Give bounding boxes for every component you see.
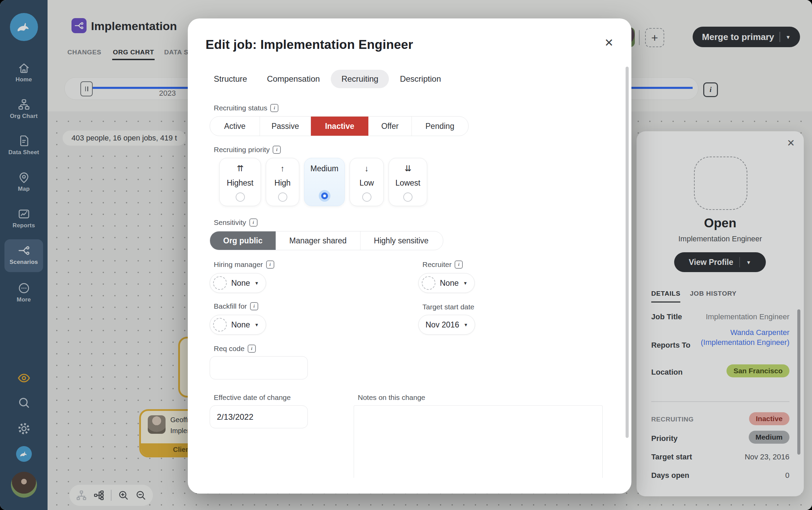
priority-option-low[interactable]: ↓ Low — [350, 158, 384, 206]
priority-option-label: Lowest — [395, 178, 420, 188]
info-icon[interactable]: i — [270, 104, 278, 112]
status-option-active[interactable]: Active — [210, 117, 260, 136]
sensitivity-option-org-public[interactable]: Org public — [210, 231, 276, 250]
tab-compensation[interactable]: Compensation — [267, 70, 320, 88]
radio-selected[interactable] — [319, 190, 330, 202]
edit-job-modal: Edit job: Implementation Engineer ✕ Stru… — [188, 18, 631, 494]
notes-label-text: Notes on this change — [358, 393, 425, 402]
recruiting-status-group: Active Passive Inactive Offer Pending — [210, 116, 469, 136]
notes-textarea[interactable] — [354, 405, 603, 478]
tab-description[interactable]: Description — [400, 70, 441, 88]
priority-option-high[interactable]: ↑ High — [266, 158, 299, 206]
down-arrow-icon: ↓ — [365, 164, 369, 173]
radio-unselected[interactable] — [403, 192, 412, 202]
sensitivity-label-text: Sensitivity — [214, 218, 246, 227]
status-option-passive[interactable]: Passive — [260, 117, 311, 136]
recruiter-label: Recruiter i — [422, 260, 463, 269]
sensitivity-label: Sensitivity i — [214, 218, 258, 227]
recruiting-status-label-text: Recruiting status — [214, 104, 267, 112]
recruiting-priority-group: ⇈ Highest ↑ High Medium ↓ Low ⇊ Low — [219, 158, 427, 206]
radio-unselected[interactable] — [236, 192, 245, 202]
backfill-for-select[interactable]: None ▼ — [210, 315, 266, 335]
priority-option-label: Medium — [311, 164, 339, 173]
effective-date-label-text: Effective date of change — [214, 393, 291, 402]
priority-option-highest[interactable]: ⇈ Highest — [219, 158, 261, 206]
modal-scrollbar[interactable] — [626, 67, 629, 438]
app-window: Home Org Chart Data Sheet Map Reports Sc… — [0, 0, 812, 510]
empty-avatar-icon — [213, 318, 227, 332]
target-start-date-label: Target start date — [422, 303, 474, 311]
radio-unselected[interactable] — [362, 192, 371, 202]
status-option-offer[interactable]: Offer — [368, 117, 412, 136]
chevron-down-icon: ▼ — [463, 281, 468, 286]
req-code-label: Req code i — [214, 345, 256, 353]
double-down-arrow-icon: ⇊ — [404, 164, 411, 173]
double-up-arrow-icon: ⇈ — [237, 164, 244, 173]
target-start-date-select[interactable]: Nov 2016 ▼ — [418, 315, 475, 335]
recruiter-select[interactable]: None ▼ — [418, 273, 475, 293]
tab-structure[interactable]: Structure — [214, 70, 247, 88]
up-arrow-icon: ↑ — [280, 164, 285, 173]
priority-option-medium[interactable]: Medium — [304, 158, 345, 206]
recruiter-label-text: Recruiter — [422, 260, 451, 269]
info-icon[interactable]: i — [455, 260, 463, 269]
backfill-for-label-text: Backfill for — [214, 302, 247, 310]
modal-tabs: Structure Compensation Recruiting Descri… — [214, 70, 441, 88]
modal-title: Edit job: Implementation Engineer — [206, 38, 413, 52]
recruiting-priority-label: Recruiting priority i — [214, 146, 281, 154]
req-code-input[interactable] — [210, 356, 308, 379]
effective-date-input[interactable] — [210, 405, 308, 428]
recruiting-priority-label-text: Recruiting priority — [214, 146, 270, 154]
radio-unselected[interactable] — [278, 192, 287, 202]
sensitivity-option-highly-sensitive[interactable]: Highly sensitive — [361, 231, 442, 250]
hiring-manager-label-text: Hiring manager — [214, 260, 263, 269]
chevron-down-icon: ▼ — [463, 322, 468, 327]
info-icon[interactable]: i — [266, 260, 274, 269]
priority-option-label: Low — [359, 178, 374, 188]
status-option-inactive[interactable]: Inactive — [311, 117, 368, 136]
backfill-for-value: None — [231, 320, 250, 330]
effective-date-label: Effective date of change — [214, 393, 291, 402]
chevron-down-icon: ▼ — [254, 281, 259, 286]
sensitivity-option-manager-shared[interactable]: Manager shared — [276, 231, 361, 250]
empty-avatar-icon — [213, 276, 227, 290]
priority-option-lowest[interactable]: ⇊ Lowest — [389, 158, 427, 206]
status-option-pending[interactable]: Pending — [412, 117, 468, 136]
backfill-for-label: Backfill for i — [214, 302, 258, 310]
info-icon[interactable]: i — [273, 146, 281, 154]
priority-option-label: High — [274, 178, 290, 188]
target-start-date-label-text: Target start date — [422, 303, 474, 311]
info-icon[interactable]: i — [248, 345, 256, 353]
empty-avatar-icon — [422, 276, 435, 290]
sensitivity-group: Org public Manager shared Highly sensiti… — [210, 231, 443, 250]
info-icon[interactable]: i — [250, 302, 258, 310]
tab-recruiting[interactable]: Recruiting — [331, 70, 389, 88]
hiring-manager-value: None — [231, 279, 250, 288]
target-start-date-value: Nov 2016 — [425, 320, 459, 330]
close-icon[interactable]: ✕ — [604, 36, 614, 49]
hiring-manager-select[interactable]: None ▼ — [210, 273, 266, 293]
chevron-down-icon: ▼ — [254, 322, 259, 327]
recruiter-value: None — [440, 279, 459, 288]
req-code-label-text: Req code — [214, 345, 245, 353]
priority-option-label: Highest — [227, 178, 253, 188]
hiring-manager-label: Hiring manager i — [214, 260, 274, 269]
recruiting-status-label: Recruiting status i — [214, 104, 278, 112]
info-icon[interactable]: i — [249, 218, 258, 227]
notes-label: Notes on this change — [358, 393, 425, 402]
